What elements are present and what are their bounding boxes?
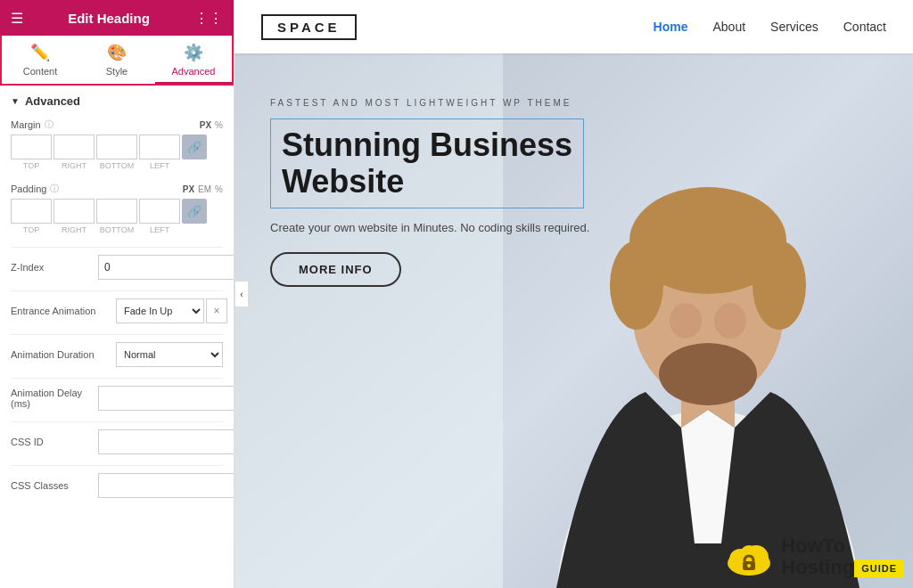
howto-text: HowTo Hosting [781,535,854,578]
animation-duration-select[interactable]: Normal Slow Fast [116,342,223,367]
margin-info-icon[interactable]: ⓘ [45,118,53,131]
padding-unit-switcher: PX EM % [183,184,223,194]
animation-delay-row: Animation Delay (ms) [0,382,234,418]
hero-section: FASTEST AND MOST LIGHTWEIGHT WP THEME St… [234,53,913,588]
tab-advanced-label: Advanced [172,66,216,77]
padding-top-input[interactable] [11,199,52,224]
margin-bottom-label: BOTTOM [96,161,137,170]
panel-header: ☰ Edit Heading ⋮⋮ [0,0,234,36]
section-arrow[interactable]: ▼ [11,96,20,106]
hero-eyebrow: FASTEST AND MOST LIGHTWEIGHT WP THEME [270,98,589,108]
svg-point-4 [610,241,663,330]
margin-left-input[interactable] [139,135,180,159]
howto-hosting-badge: HowTo Hosting GUIDE [722,535,904,579]
padding-unit-px[interactable]: PX [183,184,194,194]
tab-style[interactable]: 🎨 Style [78,36,155,84]
tab-content[interactable]: ✏️ Content [2,36,78,84]
hero-heading-box: Stunning Business Website [270,118,584,208]
logo: SPACE [261,14,357,40]
svg-point-8 [659,343,757,405]
padding-sub-labels: TOP RIGHT BOTTOM LEFT [11,225,223,234]
margin-unit-px[interactable]: PX [200,120,211,130]
nav-contact[interactable]: Contact [843,20,886,34]
entrance-animation-select[interactable]: Fade In Up None Fade In Fade In Down Fad… [116,298,204,323]
hero-content: FASTEST AND MOST LIGHTWEIGHT WP THEME St… [270,98,589,287]
margin-right-label: RIGHT [53,161,95,170]
howto-text-block: HowTo Hosting [781,535,854,578]
divider-1 [11,247,223,248]
z-index-row: Z-Index [0,251,234,287]
tab-content-label: Content [23,66,58,77]
padding-label-row: Padding ⓘ PX EM % [11,183,223,195]
margin-label: Margin [11,119,41,130]
grid-icon[interactable]: ⋮⋮ [194,10,223,27]
css-classes-input[interactable] [98,473,234,498]
hero-heading-line2: Website [282,163,404,200]
divider-4 [11,378,223,379]
padding-inputs: 🔗 [11,199,223,224]
tab-style-label: Style [106,66,127,77]
preview-nav: SPACE Home About Services Contact [234,0,913,53]
howto-line2: Hosting [781,557,854,578]
css-id-row: CSS ID [0,426,234,461]
padding-link-button[interactable]: 🔗 [182,199,207,224]
entrance-animation-field: Fade In Up None Fade In Fade In Down Fad… [116,298,227,323]
z-index-input[interactable] [98,255,234,280]
nav-services[interactable]: Services [770,20,818,34]
padding-top-label: TOP [11,225,52,234]
main-area: SPACE Home About Services Contact [234,0,913,588]
nav-home[interactable]: Home [654,20,688,34]
margin-bottom-input[interactable] [96,135,137,159]
margin-top-label: TOP [11,161,52,170]
section-title: Advanced [25,94,80,108]
svg-point-14 [740,545,758,563]
padding-bottom-label: BOTTOM [96,225,137,234]
section-header: ▼ Advanced [0,86,234,115]
padding-left-input[interactable] [139,199,180,224]
padding-unit-percent[interactable]: % [215,184,223,194]
animation-delay-input[interactable] [98,386,234,411]
more-info-button[interactable]: MORE INFO [270,252,401,287]
cloud-icon [722,535,776,579]
margin-top-input[interactable] [11,135,52,159]
entrance-animation-clear[interactable]: × [206,298,227,323]
css-id-input[interactable] [98,429,234,454]
margin-right-input[interactable] [53,135,95,159]
divider-3 [11,334,223,335]
entrance-animation-label: Entrance Animation [11,306,109,316]
svg-point-6 [670,303,702,339]
margin-unit-percent[interactable]: % [215,120,223,130]
animation-duration-label: Animation Duration [11,349,109,360]
tab-advanced[interactable]: ⚙️ Advanced [155,36,232,84]
margin-left-label: LEFT [139,161,180,170]
padding-right-input[interactable] [53,199,95,224]
svg-point-5 [753,241,806,330]
edit-panel-toggle[interactable]: ‹ [234,281,249,307]
advanced-icon: ⚙️ [184,43,203,62]
guide-badge: GUIDE [854,559,904,577]
hero-subtext: Create your own website in Minutes. No c… [270,221,589,234]
style-icon: 🎨 [107,43,127,62]
z-index-label: Z-Index [11,262,91,273]
padding-field: Padding ⓘ PX EM % 🔗 TOP RIGHT BOTTOM LEF… [0,179,234,238]
hero-heading-line1: Stunning Business [282,127,572,163]
hero-heading: Stunning Business Website [282,127,572,200]
css-classes-label: CSS Classes [11,480,91,491]
divider-6 [11,465,223,466]
padding-bottom-input[interactable] [96,199,137,224]
divider-5 [11,421,223,422]
margin-label-row: Margin ⓘ PX % [11,118,223,131]
svg-point-7 [714,303,746,339]
margin-link-button[interactable]: 🔗 [182,135,207,159]
entrance-animation-row: Entrance Animation Fade In Up None Fade … [0,295,234,331]
margin-inputs: 🔗 [11,135,223,159]
padding-label: Padding [11,184,46,194]
hamburger-icon[interactable]: ☰ [11,10,23,27]
left-panel: ☰ Edit Heading ⋮⋮ ✏️ Content 🎨 Style ⚙️ … [0,0,234,588]
nav-about[interactable]: About [712,20,745,34]
padding-info-icon[interactable]: ⓘ [50,183,59,195]
padding-unit-em[interactable]: EM [198,184,211,194]
css-id-label: CSS ID [11,437,91,447]
tabs-row: ✏️ Content 🎨 Style ⚙️ Advanced [0,36,234,86]
animation-delay-label: Animation Delay (ms) [11,388,91,409]
